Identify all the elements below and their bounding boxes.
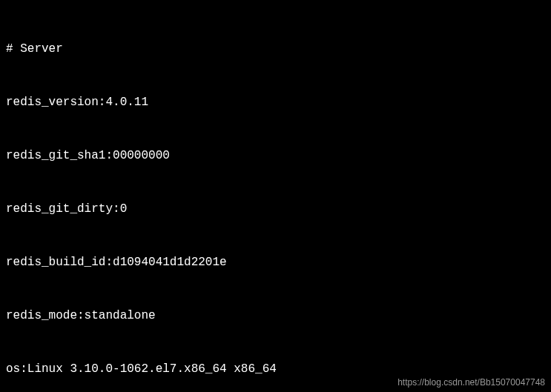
- output-line: redis_version:4.0.11: [6, 93, 545, 111]
- output-line: redis_git_dirty:0: [6, 200, 545, 218]
- terminal-output: # Server redis_version:4.0.11 redis_git_…: [0, 0, 551, 392]
- section-header: # Server: [6, 40, 545, 58]
- output-line: redis_build_id:d1094041d1d2201e: [6, 253, 545, 271]
- output-line: redis_mode:standalone: [6, 307, 545, 325]
- output-line: redis_git_sha1:00000000: [6, 147, 545, 165]
- watermark-text: https://blog.csdn.net/Bb15070047748: [397, 376, 545, 389]
